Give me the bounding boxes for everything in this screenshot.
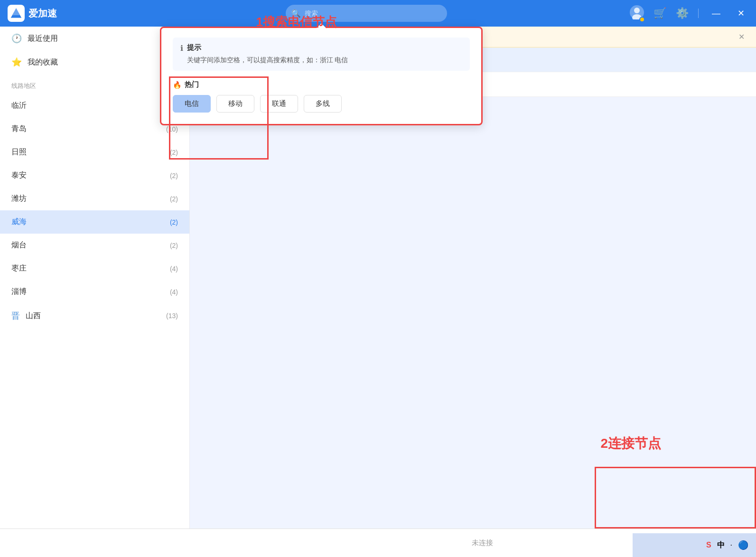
search-dropdown: ℹ 提示 关键字间添加空格，可以提高搜索精度，如：浙江 电信 1搜索电信节点 🔥…: [160, 27, 483, 125]
dropdown-triangle: [317, 23, 326, 28]
avatar-badge-dot: [639, 17, 645, 22]
hot-section-title: 🔥 热门: [173, 80, 470, 89]
recent-label: 最近使用: [28, 34, 160, 44]
close-button[interactable]: ✕: [734, 6, 748, 20]
sidebar-item-shanxi[interactable]: 晋 山西 (13): [0, 303, 189, 328]
instruction-2-label: 2连接节点: [600, 434, 661, 453]
tray-s-icon: S: [706, 541, 711, 549]
close-banner-button[interactable]: ✕: [738, 32, 745, 41]
titlebar-divider: [698, 9, 699, 18]
fire-icon: 🔥: [173, 81, 182, 89]
app-logo-icon: [8, 5, 25, 22]
hint-content: 提示 关键字间添加空格，可以提高搜索精度，如：浙江 电信: [187, 43, 348, 65]
cart-icon[interactable]: 🛒: [653, 7, 666, 19]
title-bar-center: 🔍: [103, 5, 630, 22]
title-bar: 爱加速 🔍 🛒 ⚙️ — ✕: [0, 0, 756, 27]
settings-icon[interactable]: ⚙️: [676, 7, 689, 19]
bottom-bar: 未连接 🔒 ⠿ 自动 ∨ 连接 S 中 · 🔵: [0, 529, 756, 557]
title-bar-right: 🛒 ⚙️ — ✕: [630, 5, 748, 21]
app-title: 爱加速: [28, 7, 57, 20]
sidebar-item-zaozhuang[interactable]: 枣庄 (4): [0, 257, 189, 280]
favorites-label: 我的收藏: [28, 57, 164, 67]
favorites-icon: ⭐: [11, 57, 22, 67]
hot-tag-telecom[interactable]: 电信: [173, 95, 211, 113]
sidebar-item-zibo[interactable]: 淄博 (4): [0, 280, 189, 303]
tray-dot-icon: ·: [730, 541, 732, 549]
sidebar-item-weifang[interactable]: 潍坊 (2): [0, 187, 189, 210]
hot-tags: 电信 移动 联通 多线: [173, 95, 470, 113]
search-bar-wrapper: 🔍: [286, 5, 447, 22]
sidebar-item-weihai[interactable]: 威海 (2): [0, 210, 189, 234]
sidebar-item-yantai[interactable]: 烟台 (2): [0, 234, 189, 257]
hint-text: 关键字间添加空格，可以提高搜索精度，如：浙江 电信: [187, 55, 348, 65]
hint-row: ℹ 提示 关键字间添加空格，可以提高搜索精度，如：浙江 电信: [173, 38, 470, 71]
sys-tray: S 中 · 🔵: [633, 533, 756, 557]
logo-area: 爱加速: [8, 5, 103, 22]
search-input[interactable]: [286, 5, 447, 22]
user-avatar[interactable]: [630, 5, 644, 21]
svg-point-2: [634, 8, 640, 13]
search-icon-titlebar: 🔍: [291, 9, 301, 18]
sidebar-item-rizhao[interactable]: 日照 (2): [0, 141, 189, 164]
bottom-status: 未连接: [329, 538, 637, 548]
tray-zh-icon: 中: [717, 540, 725, 550]
info-icon: ℹ: [180, 44, 183, 53]
shanxi-icon: 晋: [11, 310, 20, 321]
recent-icon: 🕐: [11, 33, 22, 44]
hot-tag-mobile[interactable]: 移动: [216, 95, 254, 113]
hot-tag-unicom[interactable]: 联通: [260, 95, 298, 113]
hot-tag-multiline[interactable]: 多线: [304, 95, 342, 113]
sidebar-item-taian[interactable]: 泰安 (2): [0, 164, 189, 187]
hint-title: 提示: [187, 43, 348, 52]
tray-circle-icon: 🔵: [738, 540, 748, 550]
minimize-button[interactable]: —: [708, 7, 724, 20]
